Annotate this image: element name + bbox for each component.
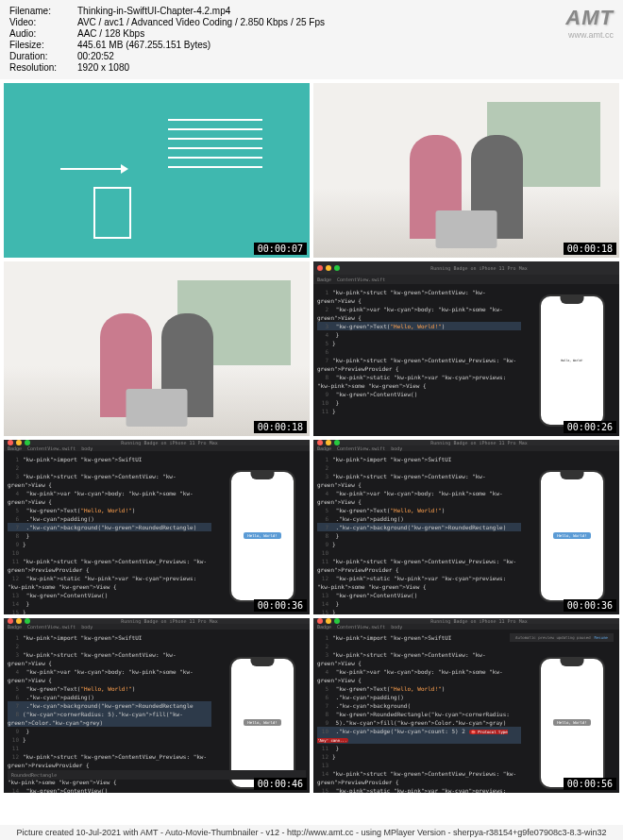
slide-graphic — [4, 83, 310, 258]
preview-canvas[interactable]: Hello, World! — [215, 630, 310, 793]
xcode-window: Running Badge on iPhone 11 Pro Max Badge… — [313, 618, 619, 793]
thumbnail-4: Running Badge on iPhone 11 Pro Max Badge… — [313, 261, 619, 436]
close-icon[interactable] — [317, 265, 323, 271]
xcode-status: Running Badge on iPhone 11 Pro Max — [343, 265, 615, 271]
xcode-tabs[interactable]: BadgeContentView.swift — [313, 275, 619, 284]
thumbnail-5: Running Badge on iPhone 11 Pro Max Badge… — [4, 440, 310, 614]
watermark: AMT www.amt.cc — [565, 6, 614, 40]
preview-canvas[interactable]: Hello, World! — [525, 630, 619, 793]
timestamp: 00:00:07 — [254, 243, 307, 255]
thumbnail-1: 00:00:07 — [4, 83, 310, 258]
rect-icon — [93, 187, 131, 239]
thumbnail-grid: 00:00:07 00:00:18 00:00:18 Running Badge… — [0, 79, 623, 797]
footer-text: Picture created 10-Jul-2021 with AMT - A… — [0, 825, 623, 840]
video-value: AVC / avc1 / Advanced Video Coding / 2.8… — [77, 17, 325, 27]
code-editor[interactable]: 1"kw-pink">import "kw-green">SwiftUI23"k… — [313, 630, 525, 793]
preview-canvas[interactable]: Hello, World! — [525, 284, 619, 436]
preview-canvas[interactable]: Hello, World! — [215, 451, 310, 614]
laptop-icon — [126, 389, 188, 427]
timestamp: 00:00:18 — [564, 243, 616, 255]
preview-paused-banner: Automatic preview updating pausedResume — [510, 633, 614, 642]
thumbnail-2: 00:00:18 — [313, 83, 619, 258]
resolution-label: Resolution: — [9, 62, 77, 73]
watermark-logo: AMT — [565, 6, 614, 30]
timestamp: 00:00:46 — [254, 778, 307, 790]
watermark-url: www.amt.cc — [565, 30, 614, 40]
audio-value: AAC / 128 Kbps — [77, 28, 144, 39]
timestamp: 00:00:18 — [254, 421, 307, 433]
thumbnail-7: Running Badge on iPhone 11 Pro Max Badge… — [4, 618, 310, 793]
timestamp: 00:00:36 — [254, 599, 307, 612]
xcode-window: Running Badge on iPhone 11 Pro Max Badge… — [313, 440, 619, 614]
timestamp: 00:00:26 — [564, 421, 616, 433]
thumbnail-8: Running Badge on iPhone 11 Pro Max Badge… — [313, 618, 619, 793]
thumbnail-3: 00:00:18 — [4, 261, 310, 436]
minimize-icon[interactable] — [326, 265, 331, 271]
thumbnail-6: Running Badge on iPhone 11 Pro Max Badge… — [313, 440, 619, 614]
timestamp: 00:00:56 — [564, 778, 616, 790]
maximize-icon[interactable] — [334, 265, 340, 271]
code-editor[interactable]: 1"kw-pink">import "kw-green">SwiftUI23"k… — [4, 630, 215, 793]
timestamp: 00:00:36 — [564, 599, 616, 612]
filesize-label: Filesize: — [9, 40, 77, 50]
duration-label: Duration: — [9, 51, 77, 61]
filename-value: Thinking-in-SwiftUI-Chapter-4.2.mp4 — [77, 6, 230, 16]
code-editor[interactable]: 1"kw-pink">import "kw-green">SwiftUI23"k… — [4, 451, 215, 614]
xcode-window: Running Badge on iPhone 11 Pro Max Badge… — [313, 261, 619, 436]
filename-label: Filename: — [9, 6, 77, 16]
preview-canvas[interactable]: Hello, World! — [525, 451, 619, 614]
metadata-header: Filename:Thinking-in-SwiftUI-Chapter-4.2… — [0, 0, 623, 79]
code-editor[interactable]: 1"kw-pink">import "kw-green">SwiftUI23"k… — [313, 451, 525, 614]
audio-label: Audio: — [9, 28, 77, 39]
video-label: Video: — [9, 17, 77, 27]
laptop-icon — [436, 210, 497, 248]
xcode-window: Running Badge on iPhone 11 Pro Max Badge… — [4, 618, 310, 793]
code-editor[interactable]: 1"kw-pink">struct "kw-green">ContentView… — [313, 284, 525, 436]
resume-button[interactable]: Resume — [595, 635, 608, 640]
duration-value: 00:20:52 — [77, 51, 114, 61]
room-scene — [4, 261, 310, 436]
filesize-value: 445.61 MB (467.255.151 Bytes) — [77, 40, 210, 50]
xcode-window: Running Badge on iPhone 11 Pro Max Badge… — [4, 440, 310, 614]
arrow-icon — [60, 168, 126, 170]
resolution-value: 1920 x 1080 — [77, 62, 129, 73]
room-scene — [313, 83, 619, 258]
